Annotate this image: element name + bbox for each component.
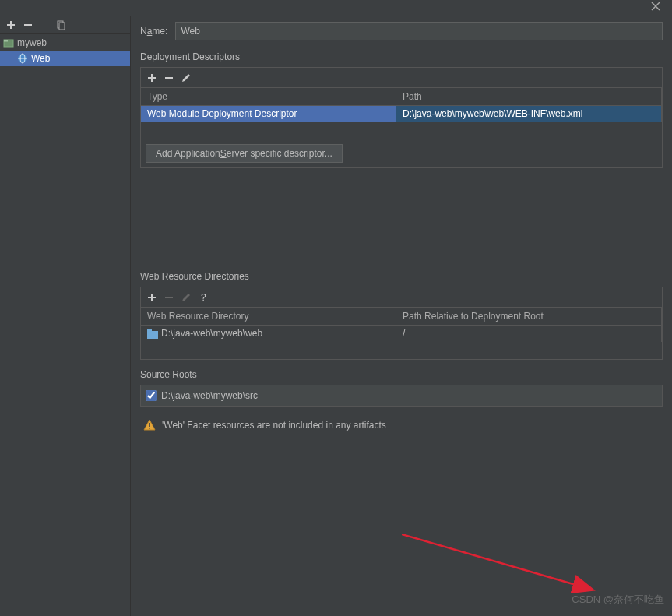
facet-config-panel: Name: Deployment Descriptors Type Path W… [131, 16, 672, 616]
dd-cell-path: D:\java-web\myweb\web\WEB-INF\web.xml [396, 105, 662, 122]
svg-rect-20 [147, 329, 152, 333]
wrd-row[interactable]: D:\java-web\myweb\web / [141, 325, 662, 342]
dd-table: Type Path Web Module Deployment Descript… [141, 88, 662, 139]
warning-text: 'Web' Facet resources are not included i… [162, 420, 386, 431]
dd-edit-button[interactable] [178, 70, 194, 86]
remove-facet-button[interactable] [20, 17, 36, 33]
add-facet-button[interactable] [3, 17, 19, 33]
svg-text:?: ? [201, 292, 206, 303]
web-resource-dirs-panel: ? Web Resource Directory Path Relative t… [140, 287, 663, 360]
dd-cell-type: Web Module Deployment Descriptor [141, 105, 396, 122]
tree-item-label: Web [31, 53, 50, 64]
dd-add-button[interactable] [144, 70, 160, 86]
dd-col-path[interactable]: Path [396, 88, 662, 105]
dd-remove-button[interactable] [161, 70, 177, 86]
module-icon [3, 37, 14, 48]
sidebar-toolbar [0, 16, 130, 34]
close-icon [651, 2, 660, 11]
titlebar [0, 0, 672, 16]
wrd-toolbar: ? [141, 287, 662, 308]
plus-icon [146, 292, 157, 303]
svg-rect-8 [4, 40, 8, 42]
web-facet-icon [17, 53, 28, 64]
plus-icon [146, 72, 157, 83]
main-area: myweb Web Name: Deployment Descriptors T… [0, 16, 672, 616]
tree-item-web[interactable]: Web [0, 51, 130, 66]
wrd-cell-dir: D:\java-web\myweb\web [141, 325, 396, 342]
pencil-icon [181, 72, 192, 83]
minus-icon [23, 19, 33, 30]
deployment-descriptors-panel: Type Path Web Module Deployment Descript… [140, 67, 663, 168]
deployment-descriptors-title: Deployment Descriptors [140, 51, 663, 62]
source-roots-panel: D:\java-web\myweb\src [140, 385, 663, 407]
add-server-descriptor-button[interactable]: Add Application Server specific descript… [146, 144, 343, 163]
dd-row[interactable]: Web Module Deployment Descriptor D:\java… [141, 105, 662, 122]
wrd-remove-button[interactable] [161, 290, 177, 305]
warning-row: 'Web' Facet resources are not included i… [140, 414, 663, 436]
minus-icon [164, 72, 174, 83]
dd-col-type[interactable]: Type [141, 88, 396, 105]
facets-tree: myweb Web [0, 34, 130, 67]
name-label: Name: [140, 26, 167, 37]
tree-item-label: myweb [17, 37, 47, 48]
dd-toolbar [141, 68, 662, 88]
pencil-icon [181, 292, 192, 303]
svg-rect-6 [59, 23, 65, 30]
wrd-add-button[interactable] [144, 290, 160, 305]
wrd-table: Web Resource Directory Path Relative to … [141, 308, 662, 359]
wrd-col-rel[interactable]: Path Relative to Deployment Root [396, 308, 662, 325]
question-icon: ? [198, 292, 209, 303]
source-root-path: D:\java-web\myweb\src [161, 390, 258, 401]
wrd-col-dir[interactable]: Web Resource Directory [141, 308, 396, 325]
wrd-cell-rel: / [396, 325, 662, 342]
copy-facet-button[interactable] [53, 17, 69, 33]
tree-item-myweb[interactable]: myweb [0, 35, 130, 51]
svg-rect-22 [149, 428, 150, 429]
copy-icon [55, 19, 66, 30]
warning-icon [143, 419, 156, 431]
plus-icon [5, 19, 16, 30]
minus-icon [164, 292, 174, 303]
web-resource-dirs-title: Web Resource Directories [140, 271, 663, 282]
facets-sidebar: myweb Web [0, 16, 131, 616]
wrd-edit-button[interactable] [178, 290, 194, 305]
name-input[interactable] [175, 22, 663, 40]
name-row: Name: [140, 22, 663, 40]
wrd-help-button[interactable]: ? [195, 290, 211, 305]
folder-icon [147, 329, 158, 339]
wrd-header-row: Web Resource Directory Path Relative to … [141, 308, 662, 325]
source-root-checkbox[interactable] [146, 390, 157, 401]
svg-rect-21 [149, 423, 150, 427]
close-button[interactable] [651, 2, 663, 13]
source-roots-title: Source Roots [140, 369, 663, 380]
dd-header-row: Type Path [141, 88, 662, 105]
